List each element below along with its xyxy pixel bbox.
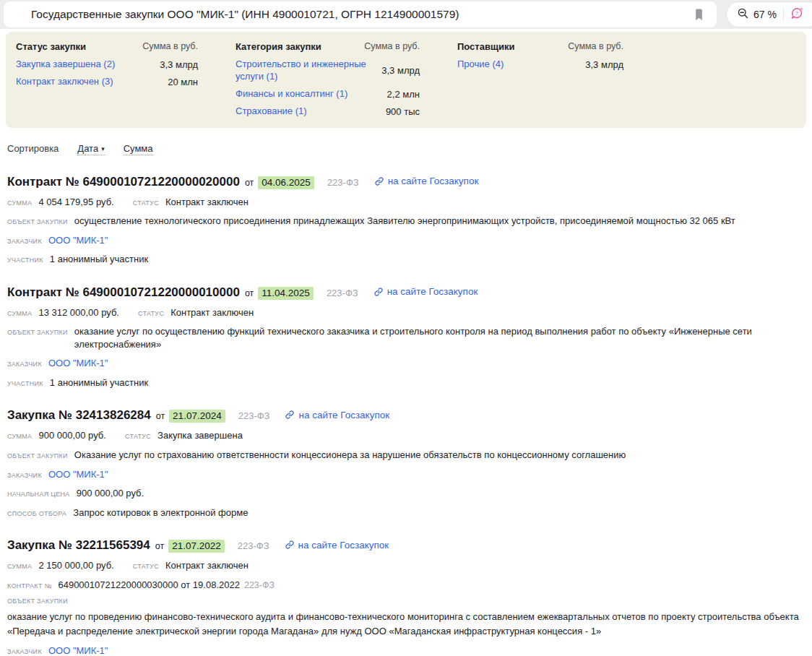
field-label: ЗАКАЗЧИК bbox=[7, 648, 42, 655]
summary-filter-link[interactable]: Закупка завершена (2) bbox=[16, 59, 115, 71]
summary-amount: 3,3 млрд bbox=[585, 59, 623, 70]
summary-group-title: Статус закупки bbox=[16, 41, 86, 52]
summary-filter-link[interactable]: Контракт заключен (3) bbox=[16, 76, 113, 88]
record-field: УЧАСТНИК1 анонимный участник bbox=[7, 253, 148, 266]
field-label: ОБЪЕКТ ЗАКУПКИ bbox=[7, 218, 68, 225]
summary-panel: Статус закупки Сумма в руб. Закупка заве… bbox=[6, 32, 806, 128]
record-field: СПОСОБ ОТБОРАЗапрос котировок в электрон… bbox=[7, 506, 248, 519]
record-field: СТАТУСКонтракт заключен bbox=[138, 306, 254, 319]
record-field: СТАТУСКонтракт заключен bbox=[133, 196, 249, 209]
field-label: СУММА bbox=[7, 310, 32, 317]
field-value: оказание услуг по осуществлению функций … bbox=[74, 325, 805, 350]
field-label: СУММА bbox=[7, 433, 32, 440]
field-label: СУММА bbox=[7, 199, 32, 207]
bookmark-icon[interactable] bbox=[691, 6, 707, 24]
record-date-prefix: от bbox=[156, 411, 165, 421]
field-value-link[interactable]: ООО "МИК-1" bbox=[48, 644, 108, 656]
record-field: ОБЪЕКТ ЗАКУПКИоказание услуг по проведен… bbox=[7, 597, 805, 638]
sort-by-date[interactable]: Дата ▾ bbox=[77, 143, 104, 155]
record-field: ЗАКАЗЧИКООО "МИК-1" bbox=[7, 644, 108, 656]
field-value: Закупка завершена bbox=[157, 429, 243, 442]
field-value: 1 анонимный участник bbox=[50, 376, 148, 389]
summary-group: Категория закупки Сумма в руб. Строитель… bbox=[236, 41, 420, 118]
external-link-icon bbox=[374, 288, 383, 296]
field-label: УЧАСТНИК bbox=[7, 380, 43, 387]
assistant-chat-icon[interactable]: ? + bbox=[790, 7, 804, 23]
summary-row: Строительство и инженерные услуги (1) 3,… bbox=[236, 59, 420, 83]
record-field-row: ОБЪЕКТ ЗАКУПКИОказание услуг по страхова… bbox=[7, 449, 805, 462]
field-value: Контракт заключен bbox=[170, 306, 254, 319]
zoom-out-icon[interactable] bbox=[737, 7, 749, 22]
field-value: 1 анонимный участник bbox=[50, 253, 148, 266]
record-field-row: НАЧАЛЬНАЯ ЦЕНА900 000,00 руб. bbox=[7, 487, 805, 500]
svg-text:+: + bbox=[800, 7, 803, 12]
summary-row: Финансы и консалтинг (1) 2,2 млн bbox=[236, 88, 420, 100]
goszakupki-link[interactable]: на сайте Госзакупок bbox=[285, 540, 389, 551]
record-field-row: ОБЪЕКТ ЗАКУПКИосуществление технологичес… bbox=[7, 215, 805, 228]
zoom-control[interactable]: 67 % bbox=[737, 7, 777, 22]
field-value: 900 000,00 руб. bbox=[38, 429, 105, 442]
page-title: Государственные закупки ООО "МИК-1" (ИНН… bbox=[31, 8, 691, 21]
record-field-row: СПОСОБ ОТБОРАЗапрос котировок в электрон… bbox=[7, 506, 805, 519]
field-label: СПОСОБ ОТБОРА bbox=[7, 510, 66, 517]
record-law-label: 223-ФЗ bbox=[327, 288, 358, 298]
record-title: Контракт № 64900010721220000010000 bbox=[7, 285, 240, 300]
procurement-record: Закупка № 32413826284 от 21.07.2024 223-… bbox=[7, 408, 805, 519]
top-bar: Государственные закупки ООО "МИК-1" (ИНН… bbox=[0, 0, 812, 29]
record-field-row: СУММА900 000,00 руб.СТАТУСЗакупка заверш… bbox=[7, 429, 805, 442]
field-label: ОБЪЕКТ ЗАКУПКИ bbox=[7, 452, 68, 459]
summary-row: Прочие (4) 3,3 млрд bbox=[457, 59, 623, 71]
field-value: 2 150 000,00 руб. bbox=[38, 559, 113, 572]
goszakupki-link-label: на сайте Госзакупок bbox=[388, 176, 479, 186]
field-value: Запрос котировок в электронной форме bbox=[73, 506, 248, 519]
sort-by-date-label: Дата bbox=[77, 143, 98, 154]
summary-group-title: Категория закупки bbox=[236, 41, 321, 52]
summary-row: Страхование (1) 900 тыс bbox=[236, 105, 420, 118]
summary-filter-link[interactable]: Страхование (1) bbox=[236, 105, 307, 118]
record-field: СУММА4 054 179,95 руб. bbox=[7, 196, 114, 209]
field-value: 64900010721220000030000 от 19.08.2022 bbox=[58, 579, 239, 592]
field-value: Контракт заключен bbox=[165, 196, 249, 209]
summary-filter-link[interactable]: Финансы и консалтинг (1) bbox=[236, 88, 347, 100]
procurement-record: Контракт № 64900010721220000020000 от 04… bbox=[7, 175, 805, 266]
field-label: СТАТУС bbox=[125, 433, 151, 440]
field-label: СТАТУС bbox=[133, 199, 159, 207]
sort-by-sum[interactable]: Сумма bbox=[124, 143, 153, 155]
record-field-row: СУММА4 054 179,95 руб.СТАТУСКонтракт зак… bbox=[7, 196, 805, 209]
record-field-row: ЗАКАЗЧИКООО "МИК-1" bbox=[7, 644, 805, 656]
field-value-link[interactable]: ООО "МИК-1" bbox=[48, 234, 108, 247]
summary-group: Статус закупки Сумма в руб. Закупка заве… bbox=[16, 41, 198, 118]
record-field: СТАТУСЗакупка завершена bbox=[125, 429, 243, 442]
record-field: ОБЪЕКТ ЗАКУПКИосуществление технологичес… bbox=[7, 215, 735, 228]
goszakupki-link[interactable]: на сайте Госзакупок bbox=[285, 410, 389, 420]
record-date-prefix: от bbox=[245, 178, 254, 188]
record-field: КОНТРАКТ №64900010721220000030000 от 19.… bbox=[7, 579, 275, 592]
field-label: ЗАКАЗЧИК bbox=[7, 472, 42, 479]
records-list: Контракт № 64900010721220000020000 от 04… bbox=[7, 175, 805, 656]
record-field: ЗАКАЗЧИКООО "МИК-1" bbox=[7, 357, 108, 370]
field-value-link[interactable]: ООО "МИК-1" bbox=[48, 357, 108, 370]
record-title-row: Контракт № 64900010721220000020000 от 04… bbox=[7, 175, 805, 189]
summary-group-header: Статус закупки Сумма в руб. bbox=[16, 41, 198, 52]
goszakupki-link[interactable]: на сайте Госзакупок bbox=[375, 176, 479, 186]
field-value-link[interactable]: ООО "МИК-1" bbox=[48, 468, 108, 481]
sorting-bar: Сортировка Дата ▾ Сумма bbox=[7, 143, 812, 155]
summary-filter-link[interactable]: Строительство и инженерные услуги (1) bbox=[236, 59, 381, 83]
summary-amount-header: Сумма в руб. bbox=[142, 41, 198, 52]
record-field: НАЧАЛЬНАЯ ЦЕНА900 000,00 руб. bbox=[7, 487, 144, 500]
record-field-row: ЗАКАЗЧИКООО "МИК-1" bbox=[7, 357, 805, 370]
summary-filter-link[interactable]: Прочие (4) bbox=[457, 59, 504, 71]
summary-group-title: Поставщики bbox=[457, 41, 514, 52]
field-value: оказание услуг по проведению финансово-т… bbox=[7, 610, 805, 638]
record-field: ЗАКАЗЧИКООО "МИК-1" bbox=[7, 234, 108, 247]
field-label: ОБЪЕКТ ЗАКУПКИ bbox=[7, 329, 68, 336]
field-label: ОБЪЕКТ ЗАКУПКИ bbox=[7, 597, 798, 605]
goszakupki-link[interactable]: на сайте Госзакупок bbox=[374, 286, 478, 297]
field-label: НАЧАЛЬНАЯ ЦЕНА bbox=[7, 491, 70, 498]
record-date-badge: 21.07.2024 bbox=[169, 410, 225, 423]
record-date-badge: 21.07.2022 bbox=[168, 540, 225, 553]
summary-row: Закупка завершена (2) 3,3 млрд bbox=[16, 59, 198, 71]
record-law-label: 223-ФЗ bbox=[327, 177, 359, 188]
record-field: ЗАКАЗЧИКООО "МИК-1" bbox=[7, 468, 108, 481]
pill-divider bbox=[783, 8, 784, 21]
